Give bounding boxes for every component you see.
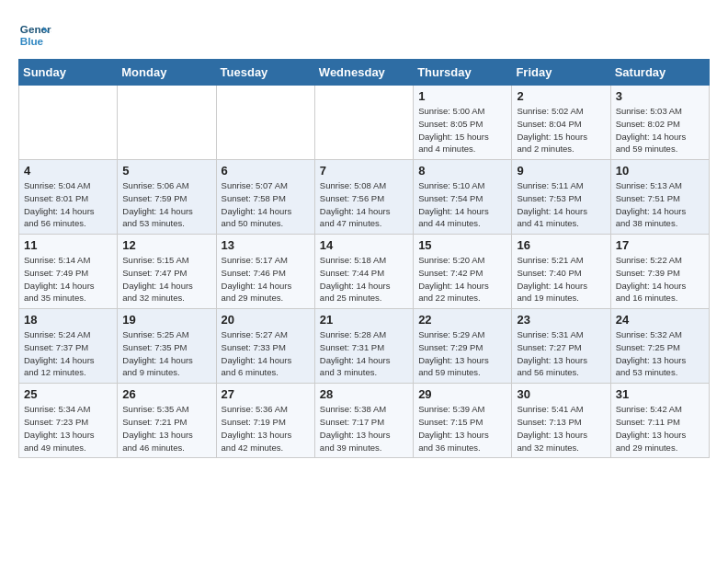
day-info: Sunrise: 5:35 AMSunset: 7:21 PMDaylight:… (122, 403, 210, 454)
day-number: 14 (320, 238, 408, 252)
calendar-cell: 31Sunrise: 5:42 AMSunset: 7:11 PMDayligh… (610, 384, 709, 458)
day-number: 10 (616, 164, 704, 178)
calendar-cell: 17Sunrise: 5:22 AMSunset: 7:39 PMDayligh… (610, 235, 709, 309)
week-row-5: 25Sunrise: 5:34 AMSunset: 7:23 PMDayligh… (19, 384, 710, 458)
calendar-header-row: SundayMondayTuesdayWednesdayThursdayFrid… (19, 60, 710, 86)
day-header-friday: Friday (512, 60, 610, 86)
day-number: 2 (517, 89, 605, 103)
day-info: Sunrise: 5:38 AMSunset: 7:17 PMDaylight:… (320, 403, 408, 454)
day-info: Sunrise: 5:20 AMSunset: 7:42 PMDaylight:… (418, 254, 506, 304)
day-number: 8 (418, 164, 506, 178)
day-info: Sunrise: 5:07 AMSunset: 7:58 PMDaylight:… (222, 179, 310, 230)
week-row-2: 4Sunrise: 5:04 AMSunset: 8:01 PMDaylight… (19, 160, 710, 235)
day-number: 17 (616, 238, 704, 252)
calendar-cell: 15Sunrise: 5:20 AMSunset: 7:42 PMDayligh… (414, 235, 512, 309)
day-number: 13 (222, 238, 310, 252)
week-row-1: 1Sunrise: 5:00 AMSunset: 8:05 PMDaylight… (19, 86, 710, 160)
day-info: Sunrise: 5:42 AMSunset: 7:11 PMDaylight:… (616, 403, 704, 454)
day-info: Sunrise: 5:21 AMSunset: 7:40 PMDaylight:… (517, 254, 605, 304)
day-number: 12 (122, 238, 210, 252)
calendar-cell: 6Sunrise: 5:07 AMSunset: 7:58 PMDaylight… (216, 160, 314, 235)
day-number: 18 (24, 313, 112, 327)
calendar-cell: 26Sunrise: 5:35 AMSunset: 7:21 PMDayligh… (118, 384, 216, 458)
svg-text:Blue: Blue (20, 35, 44, 47)
calendar-cell: 12Sunrise: 5:15 AMSunset: 7:47 PMDayligh… (118, 235, 216, 309)
calendar-cell (216, 86, 314, 160)
day-info: Sunrise: 5:11 AMSunset: 7:53 PMDaylight:… (517, 179, 605, 230)
calendar-cell: 25Sunrise: 5:34 AMSunset: 7:23 PMDayligh… (19, 384, 118, 458)
day-header-tuesday: Tuesday (216, 60, 314, 86)
calendar-cell: 8Sunrise: 5:10 AMSunset: 7:54 PMDaylight… (414, 160, 512, 235)
calendar-cell: 18Sunrise: 5:24 AMSunset: 7:37 PMDayligh… (19, 309, 118, 384)
day-number: 7 (320, 164, 408, 178)
day-header-sunday: Sunday (19, 60, 118, 86)
day-info: Sunrise: 5:29 AMSunset: 7:29 PMDaylight:… (418, 328, 506, 379)
day-info: Sunrise: 5:14 AMSunset: 7:49 PMDaylight:… (24, 254, 112, 304)
day-info: Sunrise: 5:04 AMSunset: 8:01 PMDaylight:… (24, 179, 112, 230)
svg-text:General: General (20, 23, 51, 35)
day-header-monday: Monday (118, 60, 216, 86)
calendar-cell (19, 86, 118, 160)
calendar-cell: 2Sunrise: 5:02 AMSunset: 8:04 PMDaylight… (512, 86, 610, 160)
calendar-table: SundayMondayTuesdayWednesdayThursdayFrid… (18, 59, 710, 458)
day-info: Sunrise: 5:17 AMSunset: 7:46 PMDaylight:… (222, 254, 310, 304)
calendar-cell: 24Sunrise: 5:32 AMSunset: 7:25 PMDayligh… (610, 309, 709, 384)
calendar-cell: 4Sunrise: 5:04 AMSunset: 8:01 PMDaylight… (19, 160, 118, 235)
calendar-cell: 29Sunrise: 5:39 AMSunset: 7:15 PMDayligh… (414, 384, 512, 458)
day-number: 27 (222, 387, 310, 401)
calendar-cell: 20Sunrise: 5:27 AMSunset: 7:33 PMDayligh… (216, 309, 314, 384)
day-info: Sunrise: 5:24 AMSunset: 7:37 PMDaylight:… (24, 328, 112, 379)
day-info: Sunrise: 5:25 AMSunset: 7:35 PMDaylight:… (122, 328, 210, 379)
calendar-cell: 27Sunrise: 5:36 AMSunset: 7:19 PMDayligh… (216, 384, 314, 458)
day-number: 15 (418, 238, 506, 252)
day-info: Sunrise: 5:10 AMSunset: 7:54 PMDaylight:… (418, 179, 506, 230)
logo-icon: General Blue (18, 18, 51, 52)
calendar-cell: 22Sunrise: 5:29 AMSunset: 7:29 PMDayligh… (414, 309, 512, 384)
day-info: Sunrise: 5:18 AMSunset: 7:44 PMDaylight:… (320, 254, 408, 304)
calendar-cell: 23Sunrise: 5:31 AMSunset: 7:27 PMDayligh… (512, 309, 610, 384)
day-number: 26 (122, 387, 210, 401)
calendar-cell: 9Sunrise: 5:11 AMSunset: 7:53 PMDaylight… (512, 160, 610, 235)
calendar-cell: 16Sunrise: 5:21 AMSunset: 7:40 PMDayligh… (512, 235, 610, 309)
day-info: Sunrise: 5:28 AMSunset: 7:31 PMDaylight:… (320, 328, 408, 379)
calendar-cell: 1Sunrise: 5:00 AMSunset: 8:05 PMDaylight… (414, 86, 512, 160)
calendar-cell: 11Sunrise: 5:14 AMSunset: 7:49 PMDayligh… (19, 235, 118, 309)
day-number: 21 (320, 313, 408, 327)
day-info: Sunrise: 5:22 AMSunset: 7:39 PMDaylight:… (616, 254, 704, 304)
day-number: 30 (517, 387, 605, 401)
day-number: 3 (616, 89, 704, 103)
logo: General Blue (18, 18, 55, 52)
day-number: 5 (122, 164, 210, 178)
calendar-cell: 14Sunrise: 5:18 AMSunset: 7:44 PMDayligh… (314, 235, 413, 309)
day-number: 4 (24, 164, 112, 178)
day-number: 22 (418, 313, 506, 327)
day-number: 23 (517, 313, 605, 327)
calendar-cell: 10Sunrise: 5:13 AMSunset: 7:51 PMDayligh… (610, 160, 709, 235)
day-header-wednesday: Wednesday (314, 60, 413, 86)
day-header-thursday: Thursday (414, 60, 512, 86)
day-number: 9 (517, 164, 605, 178)
calendar-cell: 19Sunrise: 5:25 AMSunset: 7:35 PMDayligh… (118, 309, 216, 384)
day-number: 29 (418, 387, 506, 401)
day-number: 24 (616, 313, 704, 327)
day-number: 19 (122, 313, 210, 327)
day-info: Sunrise: 5:13 AMSunset: 7:51 PMDaylight:… (616, 179, 704, 230)
calendar-cell: 5Sunrise: 5:06 AMSunset: 7:59 PMDaylight… (118, 160, 216, 235)
calendar-cell: 3Sunrise: 5:03 AMSunset: 8:02 PMDaylight… (610, 86, 709, 160)
day-number: 25 (24, 387, 112, 401)
day-info: Sunrise: 5:39 AMSunset: 7:15 PMDaylight:… (418, 403, 506, 454)
day-info: Sunrise: 5:15 AMSunset: 7:47 PMDaylight:… (122, 254, 210, 304)
day-info: Sunrise: 5:08 AMSunset: 7:56 PMDaylight:… (320, 179, 408, 230)
day-number: 20 (222, 313, 310, 327)
calendar-cell: 13Sunrise: 5:17 AMSunset: 7:46 PMDayligh… (216, 235, 314, 309)
week-row-4: 18Sunrise: 5:24 AMSunset: 7:37 PMDayligh… (19, 309, 710, 384)
day-info: Sunrise: 5:00 AMSunset: 8:05 PMDaylight:… (418, 105, 506, 155)
page: General Blue SundayMondayTuesdayWednesda… (0, 0, 728, 467)
day-number: 16 (517, 238, 605, 252)
day-info: Sunrise: 5:03 AMSunset: 8:02 PMDaylight:… (616, 105, 704, 155)
day-info: Sunrise: 5:32 AMSunset: 7:25 PMDaylight:… (616, 328, 704, 379)
calendar-cell (314, 86, 413, 160)
day-info: Sunrise: 5:06 AMSunset: 7:59 PMDaylight:… (122, 179, 210, 230)
day-number: 31 (616, 387, 704, 401)
calendar-cell: 7Sunrise: 5:08 AMSunset: 7:56 PMDaylight… (314, 160, 413, 235)
